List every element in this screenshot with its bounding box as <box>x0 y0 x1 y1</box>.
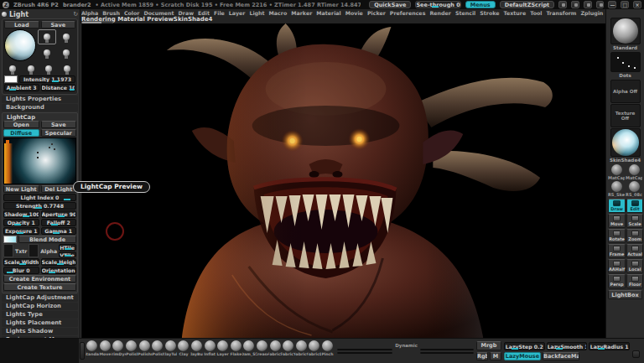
menu-item[interactable]: Render <box>429 10 451 16</box>
slider-thumb[interactable] <box>386 352 392 353</box>
nav-button[interactable]: Frame <box>608 244 626 258</box>
lazy-mouse-button[interactable]: LazyMouse <box>504 352 541 360</box>
current-stroke-thumbnail[interactable] <box>610 52 641 72</box>
slider-thumb[interactable] <box>512 348 518 350</box>
slider-thumb[interactable] <box>65 248 71 250</box>
aperture-slider[interactable]: Aperture 90 <box>41 210 77 218</box>
tray-resize-handle[interactable] <box>632 350 640 358</box>
brush-preset[interactable]: TrimDyn <box>112 340 125 356</box>
zscript-play-icon[interactable] <box>571 1 579 8</box>
brush-preset[interactable]: ClayTub <box>164 340 178 356</box>
shadow-slider[interactable]: Shadow 100 <box>3 210 39 218</box>
slider-thumb[interactable] <box>49 272 55 273</box>
nav-button[interactable]: Edit <box>626 199 643 213</box>
slider-thumb[interactable] <box>556 348 563 350</box>
palette-reload-icon[interactable]: ↻ <box>73 11 78 18</box>
slider-thumb[interactable] <box>19 263 26 265</box>
menu-item[interactable]: Texture <box>504 10 527 16</box>
slider-thumb[interactable] <box>64 199 70 200</box>
mrgb-button[interactable]: Mrgb <box>476 341 501 350</box>
ambient-slider[interactable]: Ambient 3 <box>4 84 39 91</box>
new-light-button[interactable]: New Light <box>3 185 39 193</box>
lightcap-open-button[interactable]: Open <box>3 121 39 128</box>
menu-item[interactable]: Layer <box>229 10 246 16</box>
light-switch-bulb[interactable] <box>38 29 56 44</box>
slider-thumb[interactable] <box>371 349 378 350</box>
slider-thumb[interactable] <box>14 224 21 226</box>
light-placement-sphere[interactable] <box>4 29 36 61</box>
zscript-record-icon[interactable] <box>558 1 567 8</box>
material-slot[interactable]: RS_08c <box>626 181 642 197</box>
menu-item[interactable]: Zplugin <box>580 10 603 16</box>
brush-preset[interactable]: Inflat <box>203 340 216 356</box>
light-switch-bulb[interactable] <box>4 62 22 75</box>
light-switch-bulb[interactable] <box>40 62 58 75</box>
menu-item[interactable]: Picker <box>367 10 386 16</box>
menu-item[interactable]: Document <box>143 10 174 16</box>
nav-button[interactable]: Move <box>608 214 626 228</box>
lightcap-title[interactable]: LightCap <box>3 114 76 121</box>
light-index-slider[interactable]: Light Index 0 <box>3 194 76 201</box>
lazy-radius-slider[interactable]: LazyRadius 1 <box>589 342 630 350</box>
nav-button[interactable]: Scale <box>626 214 643 228</box>
slider-thumb[interactable] <box>35 207 42 209</box>
slider-thumb[interactable] <box>17 232 23 234</box>
slider-thumb[interactable] <box>598 348 605 350</box>
collapsed-section-header[interactable]: Lights Type <box>2 311 78 319</box>
del-light-button[interactable]: Del Light <box>41 185 77 193</box>
nav-button[interactable]: Floor <box>626 274 643 288</box>
current-brush-thumbnail[interactable] <box>610 18 641 44</box>
light-save-button[interactable]: Save <box>41 21 76 29</box>
brush-preset[interactable]: Pinch <box>321 340 335 356</box>
help-icon[interactable] <box>596 1 605 8</box>
z-intensity-slider[interactable]: Z Intensity 25 <box>420 349 474 350</box>
lazy-smooth-slider[interactable]: LazySmooth 1 <box>547 342 588 350</box>
current-alpha-thumbnail[interactable]: Alpha Off <box>610 80 641 103</box>
opacity-slider[interactable]: Opacity 1 <box>3 219 39 226</box>
collapsed-section-header[interactable]: Lights Shadow <box>2 328 78 335</box>
brush-preset[interactable]: Polish <box>138 340 151 356</box>
brush-preset[interactable]: Layer <box>216 340 230 356</box>
menu-item[interactable]: Edit <box>198 10 210 16</box>
brush-preset[interactable]: hPolish <box>151 340 164 356</box>
nav-button[interactable]: Actual <box>626 244 643 258</box>
txtr-thumbnail[interactable] <box>3 244 13 257</box>
light-switch-bulb[interactable] <box>57 29 75 44</box>
htile-slider[interactable]: HTile 1 <box>59 244 76 251</box>
m-button[interactable]: M <box>490 352 501 360</box>
nav-button[interactable]: AAHalf <box>608 259 626 273</box>
focal-shift-slider[interactable]: Focal Shift 0 <box>337 352 392 354</box>
menu-item[interactable]: Brush <box>102 10 120 16</box>
nav-button[interactable]: Draw <box>608 199 626 213</box>
menu-item[interactable]: Alpha <box>81 10 98 16</box>
brush-preset[interactable]: FabricD <box>308 340 321 356</box>
exposure-slider[interactable]: Exposure 1 <box>3 227 39 235</box>
falloff-slider[interactable]: Falloff 2 <box>41 219 77 226</box>
slider-thumb[interactable] <box>9 89 16 91</box>
lazy-step-slider[interactable]: LazyStep 0.2 <box>504 342 545 350</box>
menu-item[interactable]: Tool <box>530 10 542 16</box>
lightbox-button[interactable]: LightBox <box>608 290 642 299</box>
light-switch-bulb[interactable] <box>38 45 56 60</box>
light-palette-header[interactable]: Light ↻ <box>2 10 78 18</box>
alpha-thumbnail[interactable] <box>29 244 39 257</box>
menu-item[interactable]: Marker <box>291 10 312 16</box>
section-background[interactable]: Background <box>2 104 78 111</box>
slider-thumb[interactable] <box>57 263 64 265</box>
menu-item[interactable]: File <box>214 10 225 16</box>
section-lights-properties[interactable]: Lights Properties <box>2 96 78 103</box>
backface-mask-button[interactable]: BackfaceMask <box>543 352 579 360</box>
current-texture-thumbnail[interactable]: Texture Off <box>610 104 641 127</box>
window-close-button[interactable]: × <box>633 1 641 8</box>
brush-preset[interactable]: Crease <box>256 340 269 356</box>
slider-thumb[interactable] <box>65 255 71 257</box>
collapsed-section-header[interactable]: LightCap Horizon <box>2 303 78 310</box>
light-load-button[interactable]: Load <box>4 21 39 29</box>
menu-item[interactable]: Draw <box>179 10 194 16</box>
create-environment-button[interactable]: Create Environment <box>3 275 76 283</box>
orientation-slider[interactable]: Orientation <box>41 267 77 274</box>
blur-slider[interactable]: Blur 0 <box>3 267 39 274</box>
see-through-slider[interactable]: See-through 0 <box>415 1 460 8</box>
collapsed-section-header[interactable]: Lights Placement <box>2 319 78 327</box>
menu-item[interactable]: Stencil <box>455 10 475 16</box>
